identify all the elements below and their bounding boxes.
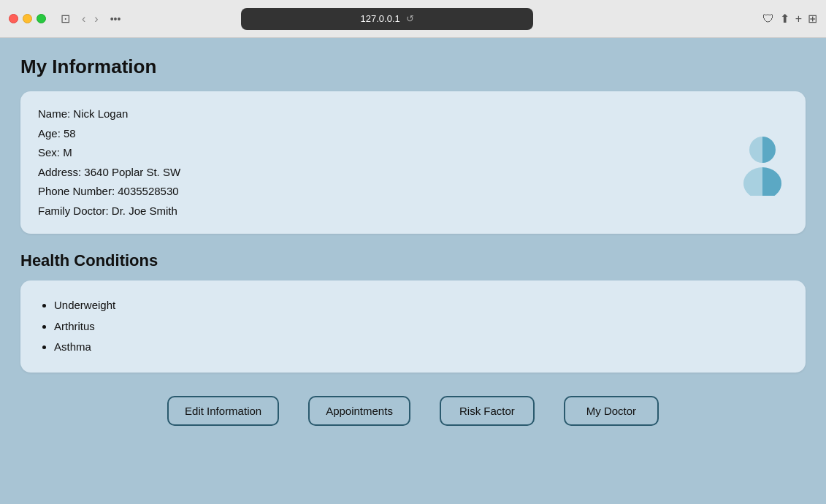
browser-actions: 🛡 ⬆ + ⊞: [762, 12, 817, 26]
page-title: My Information: [20, 56, 806, 78]
info-card: Name: Nick Logan Age: 58 Sex: M Address:…: [20, 91, 806, 234]
risk-factor-button[interactable]: Risk Factor: [440, 396, 535, 426]
conditions-card: Underweight Arthritus Asthma: [20, 280, 806, 373]
maximize-button[interactable]: [37, 14, 46, 23]
browser-chrome: ⊡ ‹ › ••• 127.0.0.1 ↺ 🛡 ⬆ + ⊞: [0, 0, 826, 38]
health-conditions-title: Health Conditions: [20, 251, 806, 270]
person-name: Name: Nick Logan: [38, 106, 180, 123]
more-options-button[interactable]: •••: [110, 13, 121, 25]
page-content: My Information Name: Nick Logan Age: 58 …: [0, 38, 826, 504]
my-doctor-button[interactable]: My Doctor: [564, 396, 659, 426]
url-text: 127.0.0.1: [361, 13, 400, 24]
person-phone: Phone Number: 4035528530: [38, 183, 180, 200]
back-button[interactable]: ‹: [79, 11, 88, 27]
sidebar-toggle-button[interactable]: ⊡: [58, 10, 73, 27]
new-tab-button[interactable]: +: [795, 12, 802, 26]
condition-item: Arthritus: [54, 316, 785, 337]
reload-button[interactable]: ↺: [406, 13, 414, 24]
person-address: Address: 3640 Poplar St. SW: [38, 164, 180, 181]
person-sex: Sex: M: [38, 145, 180, 161]
person-doctor: Family Doctor: Dr. Joe Smith: [38, 203, 180, 220]
shield-icon[interactable]: 🛡: [762, 12, 774, 26]
forward-button[interactable]: ›: [91, 11, 101, 27]
condition-item: Asthma: [54, 337, 785, 358]
person-info: Name: Nick Logan Age: 58 Sex: M Address:…: [38, 106, 180, 219]
traffic-lights: [9, 14, 46, 23]
avatar: [737, 134, 788, 192]
extensions-button[interactable]: ⊞: [808, 12, 817, 26]
address-bar[interactable]: 127.0.0.1 ↺: [241, 8, 533, 30]
conditions-list: Underweight Arthritus Asthma: [41, 295, 785, 358]
edit-information-button[interactable]: Edit Information: [167, 396, 279, 426]
condition-item: Underweight: [54, 295, 785, 316]
person-age: Age: 58: [38, 126, 180, 142]
close-button[interactable]: [9, 14, 18, 23]
share-button[interactable]: ⬆: [780, 12, 789, 26]
minimize-button[interactable]: [23, 14, 32, 23]
action-buttons-row: Edit Information Appointments Risk Facto…: [20, 396, 806, 426]
appointments-button[interactable]: Appointments: [308, 396, 410, 426]
nav-buttons: ‹ ›: [79, 11, 102, 27]
